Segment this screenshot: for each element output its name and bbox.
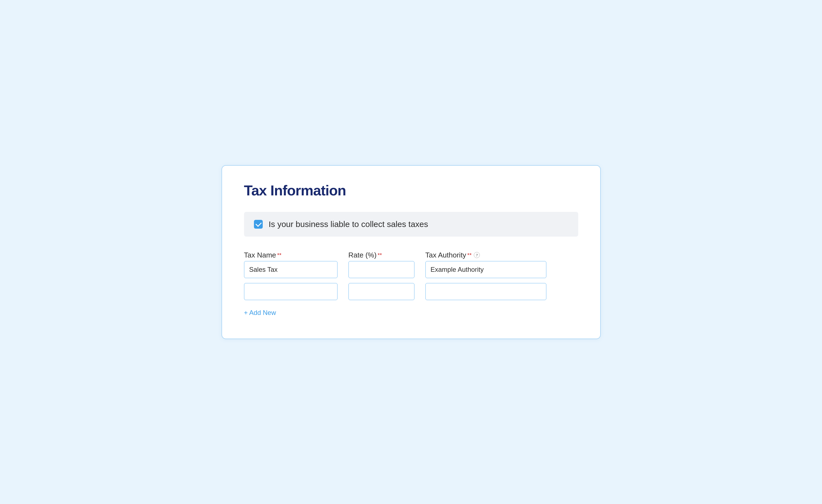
tax-authority-column: Tax Authority**?: [425, 251, 546, 261]
rate-input-wrapper-1: %: [349, 261, 414, 278]
tax-name-label: Tax Name**: [244, 251, 338, 260]
tax-name-input-1[interactable]: [244, 261, 338, 278]
tax-rows: %: [244, 261, 578, 300]
tax-name-required: **: [277, 252, 282, 258]
fields-header-row: Tax Name** Rate (%)** Tax Authority**?: [244, 251, 578, 261]
tax-authority-field-2: [425, 283, 546, 300]
tax-name-field-2: [244, 283, 338, 300]
rate-column: Rate (%)**: [349, 251, 414, 261]
tax-authority-field-1: [425, 261, 546, 278]
tax-authority-input-2[interactable]: [425, 283, 546, 300]
sales-tax-checkbox-row: Is your business liable to collect sales…: [244, 212, 578, 236]
tax-name-field-1: [244, 261, 338, 278]
rate-field-1: %: [349, 261, 414, 278]
rate-required: **: [378, 252, 382, 258]
rate-input-1[interactable]: [349, 262, 414, 278]
tax-authority-label: Tax Authority**?: [425, 251, 546, 260]
page-title: Tax Information: [244, 182, 578, 199]
table-row: %: [244, 261, 578, 278]
table-row: [244, 283, 578, 300]
rate-field-2: [349, 283, 414, 300]
rate-input-wrapper-2: [349, 283, 414, 300]
rate-input-2[interactable]: [349, 283, 414, 300]
tax-authority-input-1[interactable]: [425, 261, 546, 278]
tax-authority-help-icon[interactable]: ?: [474, 252, 480, 258]
tax-name-column: Tax Name**: [244, 251, 338, 261]
tax-name-input-2[interactable]: [244, 283, 338, 300]
tax-authority-required: **: [467, 252, 472, 258]
rate-label: Rate (%)**: [349, 251, 414, 260]
add-new-button[interactable]: + Add New: [244, 309, 578, 317]
sales-tax-checkbox-wrapper[interactable]: [254, 220, 263, 228]
checkbox-label: Is your business liable to collect sales…: [269, 219, 428, 229]
tax-information-card: Tax Information Is your business liable …: [222, 165, 601, 339]
